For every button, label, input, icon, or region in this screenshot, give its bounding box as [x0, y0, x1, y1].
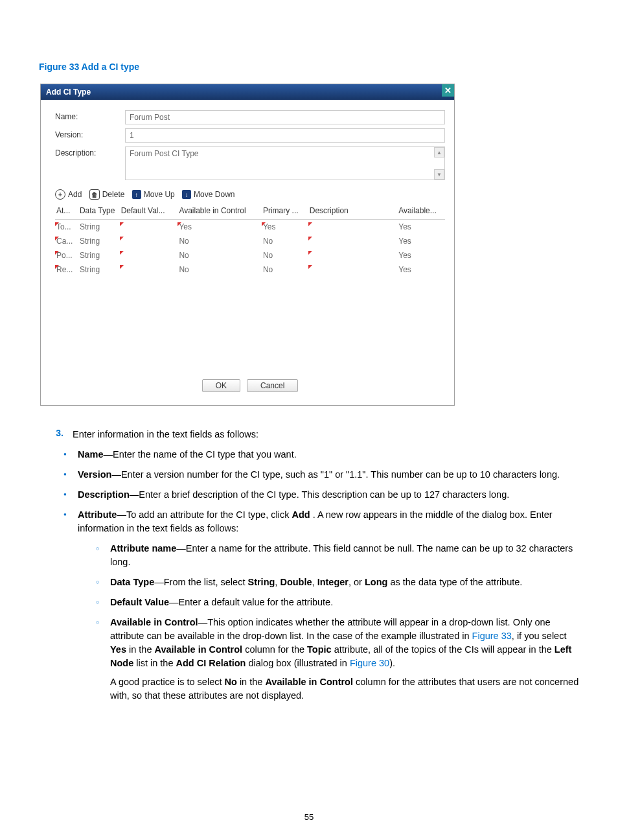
cell[interactable]: String — [78, 251, 120, 260]
col-description[interactable]: Description — [308, 206, 398, 215]
step-number: 3. — [39, 428, 73, 441]
dialog-titlebar: Add CI Type ✕ — [41, 84, 454, 100]
moveup-icon[interactable]: ↑ — [132, 190, 141, 199]
grid-body: To... String Yes Yes Yes Ca... String No… — [55, 220, 445, 375]
cell[interactable]: String — [78, 222, 120, 231]
cell[interactable]: Yes — [397, 251, 445, 260]
sub-defaultvalue: Default Value—Enter a default value for … — [96, 596, 579, 609]
cell[interactable]: Re... — [55, 265, 78, 274]
movedown-icon[interactable]: ↓ — [182, 190, 191, 199]
table-row[interactable]: Re... String No No Yes — [55, 262, 445, 277]
scroll-down-icon[interactable]: ▼ — [434, 169, 444, 180]
table-row[interactable]: Po... String No No Yes — [55, 248, 445, 262]
figure-30-link[interactable]: Figure 30 — [350, 658, 389, 668]
cell[interactable]: No — [262, 237, 308, 246]
page-number: 55 — [0, 812, 618, 822]
cell[interactable]: Yes — [262, 222, 308, 231]
cell[interactable]: No — [177, 265, 262, 274]
cell[interactable]: String — [78, 237, 120, 246]
cell[interactable] — [308, 237, 398, 246]
name-input[interactable]: Forum Post — [125, 110, 445, 124]
ok-button[interactable]: OK — [202, 379, 240, 392]
bullet-version: Version—Enter a version number for the C… — [63, 468, 579, 482]
delete-icon[interactable]: 🗑 — [89, 189, 100, 200]
add-ci-type-dialog: Add CI Type ✕ Name: Forum Post Version: … — [40, 84, 455, 406]
sub-avail-control: Available in Control—This option indicat… — [96, 616, 579, 703]
cell[interactable]: Yes — [397, 237, 445, 246]
cell[interactable]: No — [262, 265, 308, 274]
cell[interactable] — [120, 237, 178, 246]
cell[interactable]: No — [262, 251, 308, 260]
col-defaultval[interactable]: Default Val... — [120, 206, 178, 215]
step-text: Enter information in the text fields as … — [73, 428, 579, 441]
cell[interactable] — [120, 251, 178, 260]
cancel-button[interactable]: Cancel — [247, 379, 298, 392]
cell[interactable]: To... — [55, 222, 78, 231]
scroll-up-icon[interactable]: ▲ — [434, 147, 444, 158]
description-value: Forum Post CI Type — [130, 149, 198, 158]
add-icon[interactable]: + — [55, 189, 65, 200]
cell[interactable] — [308, 222, 398, 231]
version-label: Version: — [55, 128, 125, 139]
bullet-description: Description—Enter a brief description of… — [63, 488, 579, 502]
table-row[interactable]: To... String Yes Yes Yes — [55, 220, 445, 234]
cell[interactable]: Yes — [397, 222, 445, 231]
attribute-toolbar: + Add 🗑 Delete ↑ Move Up ↓ Move Down — [55, 189, 445, 200]
moveup-button[interactable]: Move Up — [144, 190, 175, 199]
table-row[interactable]: Ca... String No No Yes — [55, 234, 445, 248]
cell[interactable]: No — [177, 251, 262, 260]
delete-button[interactable]: Delete — [102, 190, 125, 199]
grid-header: At... Data Type Default Val... Available… — [55, 202, 445, 220]
movedown-button[interactable]: Move Down — [194, 190, 235, 199]
figure-caption: Figure 33 Add a CI type — [39, 62, 579, 72]
cell[interactable] — [120, 222, 178, 231]
col-avail-control[interactable]: Available in Control — [177, 206, 262, 215]
cell[interactable]: Yes — [397, 265, 445, 274]
description-label: Description: — [55, 146, 125, 158]
add-button[interactable]: Add — [68, 190, 82, 199]
description-textarea[interactable]: Forum Post CI Type ▲ ▼ — [125, 146, 445, 180]
figure-33-link[interactable]: Figure 33 — [472, 631, 512, 641]
col-attname[interactable]: At... — [55, 206, 78, 215]
cell[interactable]: String — [78, 265, 120, 274]
col-available[interactable]: Available... — [397, 206, 445, 215]
bullet-name: Name—Enter the name of the CI type that … — [63, 448, 579, 461]
cell[interactable] — [120, 265, 178, 274]
cell[interactable]: Ca... — [55, 237, 78, 246]
version-input[interactable]: 1 — [125, 128, 445, 143]
cell[interactable] — [308, 251, 398, 260]
cell[interactable]: Yes — [177, 222, 262, 231]
cell[interactable]: Po... — [55, 251, 78, 260]
cell[interactable] — [308, 265, 398, 274]
name-label: Name: — [55, 110, 125, 121]
close-icon[interactable]: ✕ — [442, 84, 454, 97]
col-primary[interactable]: Primary ... — [262, 206, 308, 215]
bullet-attribute: Attribute—To add an attribute for the CI… — [63, 508, 579, 703]
sub-datatype: Data Type—From the list, select String, … — [96, 576, 579, 589]
dialog-title: Add CI Type — [46, 88, 91, 97]
cell[interactable]: No — [177, 237, 262, 246]
sub-attname: Attribute name—Enter a name for the attr… — [96, 542, 579, 569]
col-datatype[interactable]: Data Type — [78, 206, 120, 215]
